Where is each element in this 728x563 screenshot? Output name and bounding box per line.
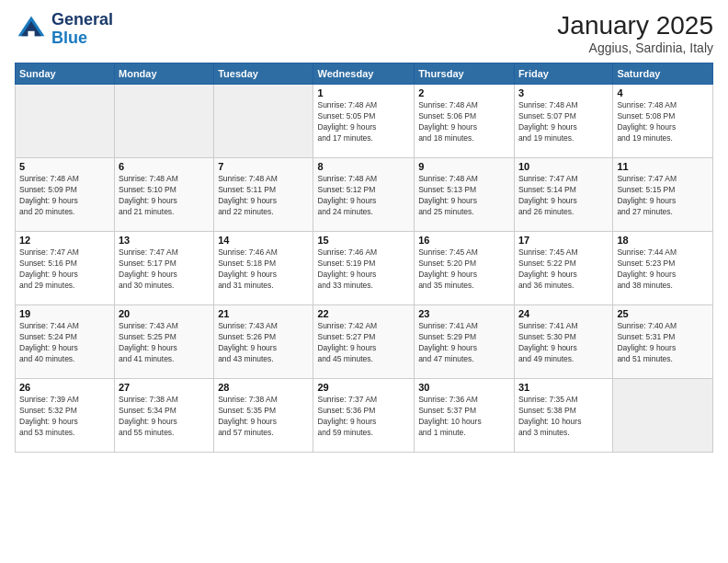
day-cell-13: 13Sunrise: 7:47 AM Sunset: 5:17 PM Dayli… [115, 232, 214, 305]
day-info: Sunrise: 7:47 AM Sunset: 5:16 PM Dayligh… [19, 247, 110, 292]
day-info: Sunrise: 7:35 AM Sunset: 5:38 PM Dayligh… [518, 395, 609, 439]
month-title: January 2025 [557, 11, 713, 40]
day-cell-26: 26Sunrise: 7:39 AM Sunset: 5:32 PM Dayli… [16, 379, 115, 453]
day-cell-4: 4Sunrise: 7:48 AM Sunset: 5:08 PM Daylig… [613, 85, 713, 158]
day-info: Sunrise: 7:38 AM Sunset: 5:35 PM Dayligh… [218, 395, 309, 439]
day-info: Sunrise: 7:36 AM Sunset: 5:37 PM Dayligh… [418, 395, 510, 439]
day-cell-14: 14Sunrise: 7:46 AM Sunset: 5:18 PM Dayli… [214, 232, 313, 305]
day-number: 22 [317, 308, 410, 319]
day-number: 17 [518, 235, 609, 246]
day-info: Sunrise: 7:41 AM Sunset: 5:30 PM Dayligh… [518, 321, 609, 365]
day-info: Sunrise: 7:43 AM Sunset: 5:26 PM Dayligh… [218, 321, 309, 365]
day-number: 10 [518, 161, 609, 172]
weekday-header-wednesday: Wednesday [313, 63, 415, 85]
week-row-4: 19Sunrise: 7:44 AM Sunset: 5:24 PM Dayli… [16, 305, 713, 379]
day-number: 23 [418, 308, 510, 319]
day-info: Sunrise: 7:48 AM Sunset: 5:05 PM Dayligh… [317, 100, 410, 144]
week-row-2: 5Sunrise: 7:48 AM Sunset: 5:09 PM Daylig… [16, 158, 713, 232]
calendar: SundayMondayTuesdayWednesdayThursdayFrid… [15, 63, 713, 453]
day-cell-24: 24Sunrise: 7:41 AM Sunset: 5:30 PM Dayli… [514, 305, 612, 379]
page: General Blue January 2025 Aggius, Sardin… [0, 0, 728, 563]
day-info: Sunrise: 7:47 AM Sunset: 5:14 PM Dayligh… [518, 174, 609, 218]
day-number: 26 [19, 382, 110, 393]
day-info: Sunrise: 7:42 AM Sunset: 5:27 PM Dayligh… [317, 321, 410, 365]
day-info: Sunrise: 7:47 AM Sunset: 5:15 PM Dayligh… [617, 174, 709, 218]
day-cell-2: 2Sunrise: 7:48 AM Sunset: 5:06 PM Daylig… [415, 85, 515, 158]
day-cell-28: 28Sunrise: 7:38 AM Sunset: 5:35 PM Dayli… [214, 379, 313, 453]
day-cell-21: 21Sunrise: 7:43 AM Sunset: 5:26 PM Dayli… [214, 305, 313, 379]
day-number: 19 [19, 308, 110, 319]
day-cell-30: 30Sunrise: 7:36 AM Sunset: 5:37 PM Dayli… [415, 379, 515, 453]
day-info: Sunrise: 7:46 AM Sunset: 5:19 PM Dayligh… [317, 247, 410, 292]
day-number: 28 [218, 382, 309, 393]
day-info: Sunrise: 7:45 AM Sunset: 5:20 PM Dayligh… [418, 247, 510, 292]
title-block: January 2025 Aggius, Sardinia, Italy [557, 11, 713, 55]
day-info: Sunrise: 7:44 AM Sunset: 5:23 PM Dayligh… [617, 247, 709, 292]
weekday-header-saturday: Saturday [613, 63, 713, 85]
weekday-header-tuesday: Tuesday [214, 63, 313, 85]
day-cell-18: 18Sunrise: 7:44 AM Sunset: 5:23 PM Dayli… [613, 232, 713, 305]
day-number: 25 [617, 308, 709, 319]
day-cell-5: 5Sunrise: 7:48 AM Sunset: 5:09 PM Daylig… [16, 158, 115, 232]
day-number: 4 [617, 87, 709, 98]
day-info: Sunrise: 7:48 AM Sunset: 5:09 PM Dayligh… [19, 174, 110, 218]
day-info: Sunrise: 7:45 AM Sunset: 5:22 PM Dayligh… [518, 247, 609, 292]
day-number: 18 [617, 235, 709, 246]
day-cell-17: 17Sunrise: 7:45 AM Sunset: 5:22 PM Dayli… [514, 232, 612, 305]
day-number: 9 [418, 161, 510, 172]
day-cell-6: 6Sunrise: 7:48 AM Sunset: 5:10 PM Daylig… [115, 158, 214, 232]
logo-icon [15, 13, 48, 46]
day-number: 29 [317, 382, 410, 393]
logo-text: General Blue [51, 11, 113, 48]
day-number: 2 [418, 87, 510, 98]
day-cell-10: 10Sunrise: 7:47 AM Sunset: 5:14 PM Dayli… [514, 158, 612, 232]
day-number: 27 [119, 382, 210, 393]
day-cell-29: 29Sunrise: 7:37 AM Sunset: 5:36 PM Dayli… [313, 379, 415, 453]
day-number: 8 [317, 161, 410, 172]
day-info: Sunrise: 7:48 AM Sunset: 5:08 PM Dayligh… [617, 100, 709, 144]
day-number: 20 [119, 308, 210, 319]
empty-cell [16, 85, 115, 158]
day-cell-23: 23Sunrise: 7:41 AM Sunset: 5:29 PM Dayli… [415, 305, 515, 379]
day-info: Sunrise: 7:41 AM Sunset: 5:29 PM Dayligh… [418, 321, 510, 365]
day-info: Sunrise: 7:46 AM Sunset: 5:18 PM Dayligh… [218, 247, 309, 292]
day-number: 12 [19, 235, 110, 246]
day-cell-27: 27Sunrise: 7:38 AM Sunset: 5:34 PM Dayli… [115, 379, 214, 453]
day-cell-8: 8Sunrise: 7:48 AM Sunset: 5:12 PM Daylig… [313, 158, 415, 232]
day-number: 15 [317, 235, 410, 246]
day-number: 31 [518, 382, 609, 393]
day-cell-16: 16Sunrise: 7:45 AM Sunset: 5:20 PM Dayli… [415, 232, 515, 305]
day-info: Sunrise: 7:47 AM Sunset: 5:17 PM Dayligh… [119, 247, 210, 292]
day-info: Sunrise: 7:48 AM Sunset: 5:06 PM Dayligh… [418, 100, 510, 144]
day-info: Sunrise: 7:40 AM Sunset: 5:31 PM Dayligh… [617, 321, 709, 365]
weekday-header-row: SundayMondayTuesdayWednesdayThursdayFrid… [16, 63, 713, 85]
weekday-header-friday: Friday [514, 63, 612, 85]
day-number: 3 [518, 87, 609, 98]
header: General Blue January 2025 Aggius, Sardin… [15, 11, 713, 55]
weekday-header-thursday: Thursday [415, 63, 515, 85]
day-info: Sunrise: 7:38 AM Sunset: 5:34 PM Dayligh… [119, 395, 210, 439]
weekday-header-monday: Monday [115, 63, 214, 85]
logo-line2: Blue [51, 29, 113, 48]
week-row-5: 26Sunrise: 7:39 AM Sunset: 5:32 PM Dayli… [16, 379, 713, 453]
day-number: 21 [218, 308, 309, 319]
day-info: Sunrise: 7:44 AM Sunset: 5:24 PM Dayligh… [19, 321, 110, 365]
day-info: Sunrise: 7:39 AM Sunset: 5:32 PM Dayligh… [19, 395, 110, 439]
day-cell-15: 15Sunrise: 7:46 AM Sunset: 5:19 PM Dayli… [313, 232, 415, 305]
day-cell-25: 25Sunrise: 7:40 AM Sunset: 5:31 PM Dayli… [613, 305, 713, 379]
day-number: 6 [119, 161, 210, 172]
day-number: 30 [418, 382, 510, 393]
day-cell-31: 31Sunrise: 7:35 AM Sunset: 5:38 PM Dayli… [514, 379, 612, 453]
week-row-3: 12Sunrise: 7:47 AM Sunset: 5:16 PM Dayli… [16, 232, 713, 305]
day-cell-11: 11Sunrise: 7:47 AM Sunset: 5:15 PM Dayli… [613, 158, 713, 232]
day-cell-22: 22Sunrise: 7:42 AM Sunset: 5:27 PM Dayli… [313, 305, 415, 379]
day-cell-12: 12Sunrise: 7:47 AM Sunset: 5:16 PM Dayli… [16, 232, 115, 305]
day-info: Sunrise: 7:48 AM Sunset: 5:11 PM Dayligh… [218, 174, 309, 218]
day-info: Sunrise: 7:37 AM Sunset: 5:36 PM Dayligh… [317, 395, 410, 439]
day-cell-1: 1Sunrise: 7:48 AM Sunset: 5:05 PM Daylig… [313, 85, 415, 158]
day-info: Sunrise: 7:48 AM Sunset: 5:12 PM Dayligh… [317, 174, 410, 218]
day-cell-3: 3Sunrise: 7:48 AM Sunset: 5:07 PM Daylig… [514, 85, 612, 158]
day-cell-7: 7Sunrise: 7:48 AM Sunset: 5:11 PM Daylig… [214, 158, 313, 232]
day-cell-19: 19Sunrise: 7:44 AM Sunset: 5:24 PM Dayli… [16, 305, 115, 379]
logo: General Blue [15, 11, 113, 48]
